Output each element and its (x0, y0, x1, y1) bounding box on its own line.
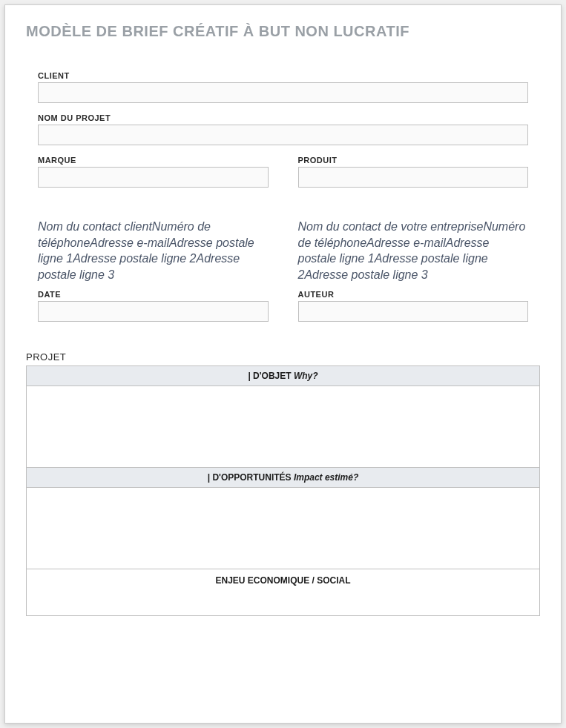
project-row-input-0[interactable] (31, 391, 535, 463)
company-contact-text: Nom du contact de votre entrepriseNuméro… (298, 219, 529, 282)
project-name-input[interactable] (38, 125, 528, 145)
project-row-cell-0 (27, 386, 540, 468)
author-input[interactable] (298, 301, 529, 322)
client-field-block: CLIENT (38, 71, 528, 103)
project-section-heading: PROJET (26, 351, 540, 363)
client-label: CLIENT (38, 71, 528, 80)
project-row-input-1[interactable] (31, 492, 535, 564)
project-table: | D'OBJET Why? | D'OPPORTUNITÉS Impact e… (26, 365, 540, 616)
author-field-block: AUTEUR (298, 290, 529, 322)
project-name-field-block: NOM DU PROJET (38, 113, 528, 145)
project-row-header-1: | D'OPPORTUNITÉS Impact estimé? (27, 468, 540, 488)
project-row-header-0-prefix: | D'OBJET (248, 371, 294, 381)
project-name-label: NOM DU PROJET (38, 113, 528, 122)
page-title: MODÈLE DE BRIEF CRÉATIF À BUT NON LUCRAT… (26, 23, 540, 40)
client-input[interactable] (38, 82, 528, 103)
date-field-block: DATE (38, 290, 269, 322)
project-footer-header: ENJEU ECONOMIQUE / SOCIAL (27, 569, 540, 616)
project-row-header-0: | D'OBJET Why? (27, 366, 540, 386)
product-label: PRODUIT (298, 156, 529, 165)
date-input[interactable] (38, 301, 269, 322)
brand-input[interactable] (38, 167, 269, 188)
brand-label: MARQUE (38, 156, 269, 165)
project-row-header-0-italic: Why? (294, 371, 318, 381)
project-row-header-1-italic: Impact estimé? (294, 472, 358, 483)
date-label: DATE (38, 290, 269, 299)
project-row-header-1-prefix: | D'OPPORTUNITÉS (208, 472, 294, 483)
product-field-block: PRODUIT (298, 156, 529, 188)
client-contact-text: Nom du contact clientNuméro de téléphone… (38, 219, 269, 282)
document-page: MODÈLE DE BRIEF CRÉATIF À BUT NON LUCRAT… (4, 4, 562, 724)
project-row-cell-1 (27, 488, 540, 569)
brand-field-block: MARQUE (38, 156, 269, 188)
author-label: AUTEUR (298, 290, 529, 299)
product-input[interactable] (298, 167, 529, 188)
